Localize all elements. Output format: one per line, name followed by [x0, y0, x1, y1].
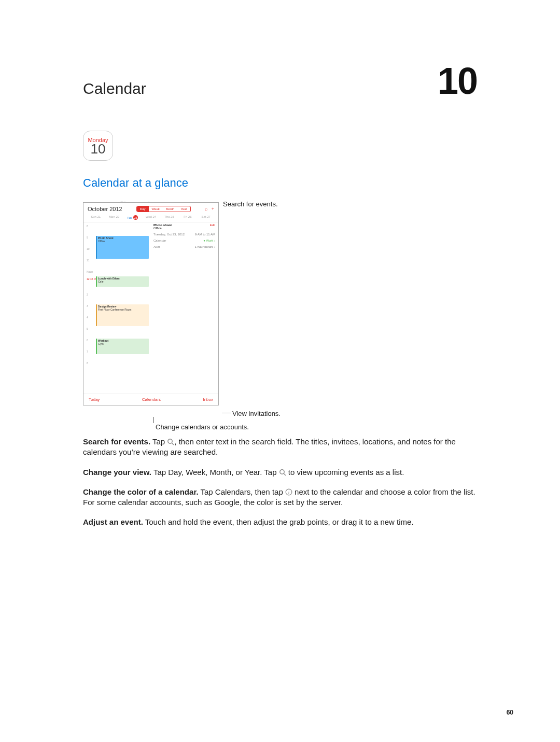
search-icon[interactable]: ⌕ — [205, 206, 207, 212]
inbox-button[interactable]: Inbox — [203, 397, 213, 402]
detail-alert-value[interactable]: 1 hour before › — [195, 245, 215, 248]
day-tue-current[interactable]: Tue23 — [123, 215, 142, 220]
day-sun[interactable]: Sun 21 — [87, 215, 105, 220]
chapter-number: 10 — [438, 62, 477, 100]
hour-label: 7 — [87, 350, 88, 353]
detail-date: Tuesday, Oct 23, 2012 — [153, 233, 185, 236]
edit-button[interactable]: Edit — [210, 223, 215, 230]
hour-label: 3 — [87, 304, 88, 307]
day-thu[interactable]: Thu 25 — [160, 215, 178, 220]
callout-change-calendars: Change calendars or accounts. — [156, 423, 249, 431]
event-detail-pane: Photo shoot Office Edit Tuesday, Oct 23,… — [153, 223, 215, 248]
paragraph-change-view: Change your view. Tap Day, Week, Month, … — [83, 467, 477, 478]
event-design-review[interactable]: Design Review First Floor Conference Roo… — [96, 304, 149, 326]
detail-location: Office — [153, 227, 172, 230]
event-workout[interactable]: Workout Gym — [96, 339, 149, 354]
day-wed[interactable]: Wed 24 — [142, 215, 160, 220]
month-label: October 2012 — [88, 206, 122, 212]
para-lead: Change your view. — [83, 468, 151, 477]
detail-calendar-label: Calendar — [153, 239, 166, 242]
weekday-strip[interactable]: Sun 21 Mon 22 Tue23 Wed 24 Thu 25 Fri 26… — [83, 213, 218, 222]
day-tue-label: Tue — [127, 216, 132, 219]
segment-month[interactable]: Month — [163, 206, 178, 212]
event-location: Gym — [98, 342, 148, 345]
paragraph-adjust-event: Adjust an event. Touch and hold the even… — [83, 517, 477, 527]
hour-label: 4 — [87, 316, 88, 319]
event-photo-shoot[interactable]: Photo Shoot Office — [96, 236, 149, 259]
day-mon[interactable]: Mon 22 — [105, 215, 123, 220]
callout-change-calendars-label: Change calendars or accounts. — [156, 423, 249, 431]
hour-label: 6 — [87, 339, 88, 342]
svg-line-3 — [284, 473, 285, 475]
paragraph-search: Search for events. Tap , then enter text… — [83, 437, 477, 458]
event-location: Office — [98, 240, 148, 243]
day-tue-badge: 23 — [133, 215, 138, 220]
day-sat[interactable]: Sat 27 — [197, 215, 215, 220]
callout-search-events-label: Search for events. — [223, 200, 278, 208]
view-segmented-control[interactable]: Day Week Month Year — [136, 206, 191, 212]
paragraph-change-color: Change the color of a calendar. Tap Cale… — [83, 487, 477, 508]
para-lead: Search for events. — [83, 437, 150, 446]
para-text: Tap — [150, 437, 167, 446]
annotated-figure: Change views. Search for events. October… — [83, 202, 301, 405]
chapter-title: Calendar — [83, 80, 146, 97]
device-screenshot: October 2012 Day Week Month Year ⌕ + Sun… — [83, 202, 219, 405]
detail-alert-label: Alert — [153, 245, 160, 248]
search-icon — [279, 469, 286, 476]
event-location: Cafe — [98, 280, 148, 283]
section-heading: Calendar at a glance — [83, 176, 477, 190]
calendars-button[interactable]: Calendars — [142, 397, 161, 402]
day-fri[interactable]: Fri 26 — [178, 215, 197, 220]
para-text: to view upcoming events as a list. — [286, 468, 404, 477]
svg-text:i: i — [288, 489, 290, 495]
app-icon-day: 10 — [91, 142, 106, 156]
callout-view-invitations: View invitations. — [232, 410, 281, 417]
segment-day[interactable]: Day — [137, 206, 149, 212]
callout-search-events: Search for events. — [223, 200, 278, 208]
para-lead: Adjust an event. — [83, 517, 143, 526]
info-icon: i — [285, 488, 292, 496]
segment-week[interactable]: Week — [149, 206, 163, 212]
hour-label: Noon — [87, 270, 93, 273]
hour-label: 8 — [87, 225, 88, 228]
today-button[interactable]: Today — [89, 397, 100, 402]
para-text: Touch and hold the event, then adjust th… — [143, 517, 414, 526]
segment-year[interactable]: Year — [177, 206, 190, 212]
add-event-icon[interactable]: + — [212, 206, 214, 212]
detail-time: 9 AM to 11 AM — [195, 233, 215, 236]
hour-label: 10 — [87, 247, 90, 250]
page-number: 60 — [507, 709, 513, 716]
detail-calendar-value[interactable]: ● Work › — [203, 239, 215, 242]
event-location: First Floor Conference Room — [98, 308, 148, 311]
hour-label: 11 — [87, 259, 90, 262]
hour-label: 8 — [87, 361, 88, 365]
event-lunch[interactable]: Lunch with Ethan Cafe — [96, 276, 149, 287]
hour-label: 2 — [87, 293, 88, 296]
hour-label: 9 — [87, 236, 88, 239]
calendar-app-icon: Monday 10 — [83, 131, 113, 161]
callout-view-invitations-label: View invitations. — [232, 410, 281, 417]
svg-line-1 — [172, 443, 174, 444]
para-text: Tap Day, Week, Month, or Year. Tap — [151, 468, 279, 477]
hour-label: 5 — [87, 327, 88, 330]
search-icon — [167, 438, 174, 445]
para-lead: Change the color of a calendar. — [83, 487, 199, 496]
para-text: Tap Calendars, then tap — [199, 487, 285, 496]
